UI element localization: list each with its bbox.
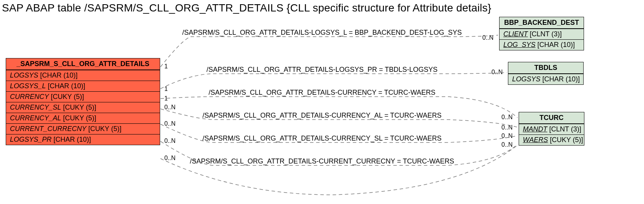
entity-bbp-header: BBP_BACKEND_DEST <box>500 17 584 29</box>
field-type: [CHAR (10)] <box>537 41 575 49</box>
card-right: 0..N <box>482 34 493 41</box>
card-left: 0..N <box>164 104 175 111</box>
card-left: 0..N <box>164 155 175 162</box>
card-right: 0..N <box>492 69 503 76</box>
diagram-canvas: SAP ABAP table /SAPSRM/S_CLL_ORG_ATTR_DE… <box>0 0 644 204</box>
relation-label: /SAPSRM/S_CLL_ORG_ATTR_DETAILS-LOGSYS_L … <box>0 29 644 37</box>
field-type: [CHAR (10)] <box>542 75 580 83</box>
relation-label: /SAPSRM/S_CLL_ORG_ATTR_DETAILS-LOGSYS_PR… <box>0 66 644 74</box>
card-left: 1 <box>164 63 168 70</box>
card-left: 0..N <box>164 138 175 144</box>
field-name: MANDT <box>523 125 547 133</box>
field-row: MANDT [CLNT (3)] <box>519 124 584 134</box>
field-type: [CUKY (5)] <box>63 104 96 111</box>
card-left: 1 <box>164 86 168 92</box>
relation-label: /SAPSRM/S_CLL_ORG_ATTR_DETAILS-CURRENT_C… <box>0 157 644 165</box>
card-right: 0..N <box>501 133 513 139</box>
card-left: 0..N <box>164 120 175 127</box>
field-row: LOGSYS [CHAR (10)] <box>508 74 583 84</box>
field-row: CURRENCY_SL [CUKY (5)] <box>6 102 160 113</box>
field-name: LOG_SYS <box>503 41 535 49</box>
card-left: 1 <box>164 95 168 102</box>
card-right: 0..N <box>501 141 513 148</box>
field-type: [CLNT (3)] <box>549 125 581 133</box>
page-title: SAP ABAP table /SAPSRM/S_CLL_ORG_ATTR_DE… <box>2 2 492 14</box>
relation-label: /SAPSRM/S_CLL_ORG_ATTR_DETAILS-CURRENCY_… <box>0 134 644 142</box>
field-row: CURRENT_CURRECNY [CUKY (5)] <box>6 123 160 134</box>
field-name: CURRENCY_SL <box>10 104 61 111</box>
relation-label: /SAPSRM/S_CLL_ORG_ATTR_DETAILS-CURRENCY_… <box>0 112 644 120</box>
field-name: CURRENT_CURRECNY <box>10 125 86 133</box>
field-type: [CUKY (5)] <box>88 125 122 133</box>
card-right: 0..N <box>501 124 513 131</box>
field-name: LOGSYS <box>512 75 540 83</box>
field-row: LOG_SYS [CHAR (10)] <box>500 39 584 50</box>
relation-label: /SAPSRM/S_CLL_ORG_ATTR_DETAILS-CURRENCY … <box>0 89 644 97</box>
card-right: 0..N <box>501 114 513 121</box>
